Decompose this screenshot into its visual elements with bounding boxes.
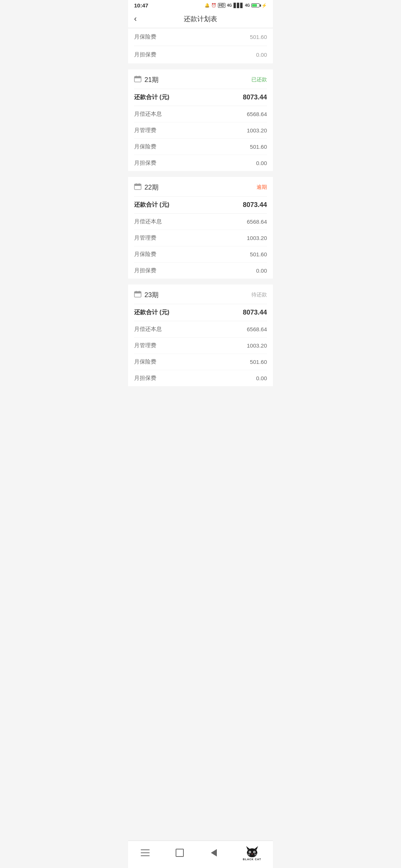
row-guarantee-21: 月担保费 0.00 [134, 155, 267, 171]
summary-value-guarantee: 0.00 [256, 52, 267, 58]
value-principal-21: 6568.64 [247, 111, 267, 117]
period-number-23: 23期 [144, 290, 159, 299]
alarm-icon: ⏰ [211, 3, 216, 8]
period-number-21: 21期 [144, 75, 159, 84]
period-rows-22: 月偿还本息 6568.64 月管理费 1003.20 月保险费 501.60 月… [134, 214, 267, 279]
row-guarantee-23: 月担保费 0.00 [134, 370, 267, 386]
page-title: 还款计划表 [184, 14, 217, 23]
summary-value-insurance: 501.60 [250, 34, 267, 40]
period-rows-23: 月偿还本息 6568.64 月管理费 1003.20 月保险费 501.60 月… [134, 321, 267, 386]
row-principal-22: 月偿还本息 6568.64 [134, 214, 267, 230]
summary-label-insurance: 月保险费 [134, 33, 156, 40]
calendar-icon-23 [134, 291, 141, 299]
label-guarantee-21: 月担保费 [134, 160, 156, 167]
value-mgmt-23: 1003.20 [247, 342, 267, 349]
total-label-23: 还款合计 (元) [134, 309, 169, 316]
signal-bars-icon: ▋▋▋ [234, 3, 244, 8]
value-guarantee-23: 0.00 [256, 375, 267, 381]
label-insurance-22: 月保险费 [134, 251, 156, 258]
label-mgmt-21: 月管理费 [134, 127, 156, 134]
value-mgmt-22: 1003.20 [247, 235, 267, 241]
svg-rect-5 [134, 184, 141, 186]
summary-label-guarantee: 月担保费 [134, 51, 156, 58]
period-header-22: 22期 逾期 [134, 177, 267, 197]
total-label-21: 还款合计 (元) [134, 93, 169, 101]
period-section-22: 22期 逾期 还款合计 (元) 8073.44 月偿还本息 6568.64 月管… [128, 177, 273, 279]
summary-section: 月保险费 501.60 月担保费 0.00 [128, 28, 273, 63]
label-principal-21: 月偿还本息 [134, 111, 162, 118]
signal-4g-icon: 4G [227, 3, 232, 7]
row-guarantee-22: 月担保费 0.00 [134, 263, 267, 279]
status-badge-23: 待还款 [251, 292, 267, 298]
value-principal-23: 6568.64 [247, 326, 267, 332]
back-button[interactable]: ‹ [134, 14, 137, 24]
row-principal-23: 月偿还本息 6568.64 [134, 321, 267, 338]
label-mgmt-23: 月管理费 [134, 342, 156, 349]
period-section-23: 23期 待还款 还款合计 (元) 8073.44 月偿还本息 6568.64 月… [128, 285, 273, 386]
label-insurance-21: 月保险费 [134, 143, 156, 150]
calendar-icon-22 [134, 183, 141, 192]
row-mgmt-22: 月管理费 1003.20 [134, 230, 267, 246]
summary-row-guarantee: 月担保费 0.00 [134, 46, 267, 63]
label-mgmt-22: 月管理费 [134, 234, 156, 241]
period-title-22: 22期 [134, 183, 159, 192]
label-guarantee-22: 月担保费 [134, 267, 156, 274]
value-mgmt-21: 1003.20 [247, 127, 267, 134]
row-mgmt-21: 月管理费 1003.20 [134, 122, 267, 139]
period-title-21: 21期 [134, 75, 159, 84]
value-insurance-21: 501.60 [250, 144, 267, 150]
svg-rect-1 [134, 76, 141, 78]
value-principal-22: 6568.64 [247, 218, 267, 225]
row-mgmt-23: 月管理费 1003.20 [134, 338, 267, 354]
period-rows-21: 月偿还本息 6568.64 月管理费 1003.20 月保险费 501.60 月… [134, 106, 267, 171]
status-badge-22: 逾期 [257, 184, 267, 191]
label-principal-22: 月偿还本息 [134, 218, 162, 225]
label-insurance-23: 月保险费 [134, 358, 156, 365]
signal-4g2-icon: 4G [245, 3, 250, 7]
row-principal-21: 月偿还本息 6568.64 [134, 106, 267, 122]
value-insurance-22: 501.60 [250, 251, 267, 257]
period-section-21: 21期 已还款 还款合计 (元) 8073.44 月偿还本息 6568.64 月… [128, 69, 273, 171]
row-insurance-23: 月保险费 501.60 [134, 354, 267, 370]
value-guarantee-21: 0.00 [256, 160, 267, 166]
hd-icon: HD [218, 3, 225, 8]
total-row-22: 还款合计 (元) 8073.44 [134, 197, 267, 214]
status-bar: 10:47 🔔 ⏰ HD 4G ▋▋▋ 4G ⚡ [128, 0, 273, 10]
summary-row-insurance: 月保险费 501.60 [134, 28, 267, 46]
value-insurance-23: 501.60 [250, 359, 267, 365]
total-value-21: 8073.44 [243, 93, 267, 101]
period-header-23: 23期 待还款 [134, 285, 267, 304]
period-header-21: 21期 已还款 [134, 69, 267, 89]
navbar: ‹ 还款计划表 [128, 10, 273, 28]
period-number-22: 22期 [144, 183, 159, 192]
calendar-icon-21 [134, 76, 141, 84]
notification-icon: 🔔 [205, 3, 210, 8]
label-principal-23: 月偿还本息 [134, 326, 162, 333]
svg-rect-9 [134, 292, 141, 293]
period-title-23: 23期 [134, 290, 159, 299]
label-guarantee-23: 月担保费 [134, 375, 156, 382]
row-insurance-21: 月保险费 501.60 [134, 139, 267, 155]
status-icons: 🔔 ⏰ HD 4G ▋▋▋ 4G ⚡ [205, 3, 267, 8]
row-insurance-22: 月保险费 501.60 [134, 246, 267, 263]
status-time: 10:47 [134, 2, 148, 9]
battery-icon: ⚡ [251, 3, 267, 8]
total-label-22: 还款合计 (元) [134, 201, 169, 209]
total-row-23: 还款合计 (元) 8073.44 [134, 304, 267, 321]
status-badge-21: 已还款 [251, 76, 267, 83]
value-guarantee-22: 0.00 [256, 267, 267, 274]
total-value-22: 8073.44 [243, 201, 267, 209]
total-row-21: 还款合计 (元) 8073.44 [134, 89, 267, 106]
total-value-23: 8073.44 [243, 309, 267, 316]
